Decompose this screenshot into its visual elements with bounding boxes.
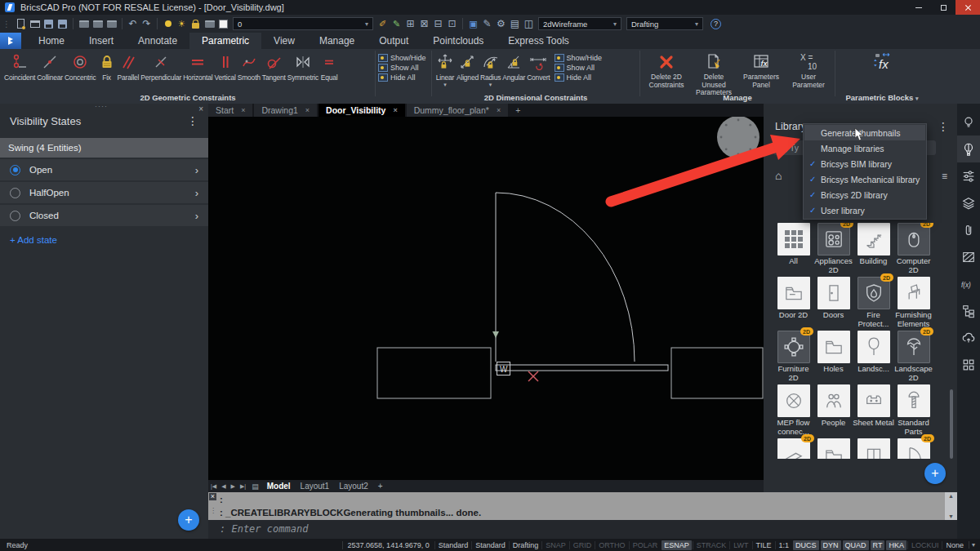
- parameters-panel-button[interactable]: fxParameters Panel: [737, 51, 785, 89]
- command-input[interactable]: : Enter command: [208, 520, 957, 539]
- radio-icon[interactable]: [10, 188, 20, 198]
- layer-on-icon[interactable]: [161, 17, 175, 30]
- minimize-button[interactable]: [906, 0, 931, 15]
- concentric-button[interactable]: Concentric: [64, 51, 97, 82]
- hide-all-button[interactable]: Hide All: [378, 73, 429, 82]
- command-grip[interactable]: ⋮: [210, 507, 216, 514]
- parallel-button[interactable]: Parallel: [117, 51, 140, 82]
- show-all-button[interactable]: Show All: [378, 64, 429, 72]
- layout2-tab[interactable]: Layout2: [334, 482, 373, 491]
- dtab-start[interactable]: Start×: [208, 104, 252, 117]
- hatch-sheet-icon[interactable]: [957, 243, 980, 270]
- tab-pointclouds[interactable]: Pointclouds: [421, 33, 496, 49]
- next-tab-button[interactable]: ▶: [229, 483, 238, 490]
- close-button[interactable]: [956, 0, 980, 15]
- close-icon[interactable]: ×: [497, 106, 501, 114]
- library-item-partial[interactable]: 2D: [894, 438, 933, 459]
- last-tab-button[interactable]: ▶|: [238, 483, 248, 490]
- toggle-hka[interactable]: HKA: [886, 540, 906, 550]
- status-none[interactable]: None: [942, 541, 967, 549]
- library-item-people[interactable]: People: [814, 384, 853, 438]
- status-menu-caret[interactable]: ▾: [969, 541, 980, 549]
- menu-user-library[interactable]: ✓User library: [804, 202, 925, 218]
- status-dim-style[interactable]: Standard: [471, 541, 509, 549]
- first-tab-button[interactable]: |◀: [208, 483, 219, 490]
- model-tab[interactable]: Model: [262, 482, 296, 491]
- edit-icon[interactable]: ✎: [480, 17, 494, 30]
- dtab-door-visibility[interactable]: Door_Visibility×: [318, 104, 405, 117]
- menu-bricsys-bim-library[interactable]: ✓Bricsys BIM library: [804, 156, 925, 171]
- radio-selected-icon[interactable]: [10, 165, 20, 176]
- unisolate-icon[interactable]: ⊡: [445, 17, 459, 30]
- preview-icon[interactable]: [91, 17, 105, 30]
- tab-manage[interactable]: Manage: [307, 33, 367, 49]
- layer-dropdown[interactable]: 0 ▾: [233, 17, 373, 30]
- toggle-lwt[interactable]: LWT: [729, 541, 751, 549]
- library-item-landscape[interactable]: Landsc...: [854, 331, 893, 384]
- maximize-button[interactable]: [931, 0, 956, 15]
- dim-hide-all-button[interactable]: Hide All: [555, 73, 603, 82]
- list-view-icon[interactable]: ≡: [942, 171, 947, 182]
- select-similar-icon[interactable]: ⊞: [403, 17, 417, 30]
- parametric-blocks-button[interactable]: fx: [870, 51, 894, 73]
- state-row-closed[interactable]: Closed ›: [0, 205, 208, 226]
- command-scrollbar[interactable]: ▲▼: [945, 492, 957, 520]
- plot-icon[interactable]: [77, 17, 91, 30]
- library-item-building[interactable]: Building: [854, 223, 893, 277]
- status-text-style[interactable]: Standard: [434, 541, 472, 549]
- close-icon[interactable]: ×: [305, 106, 310, 114]
- eyedropper-icon[interactable]: ✎: [390, 17, 403, 30]
- chevron-right-icon[interactable]: ›: [195, 187, 198, 199]
- library-balloon-icon[interactable]: [957, 136, 980, 162]
- library-item-partial[interactable]: 2D: [774, 438, 813, 459]
- menu-generate-thumbnails[interactable]: Generate thumbnails: [804, 125, 925, 140]
- library-item-furniture-2d[interactable]: 2DFurniture 2D: [774, 331, 813, 384]
- dtab-dummy-floor-plan[interactable]: Dummy_floor_plan*×: [407, 104, 508, 117]
- show-hide-button[interactable]: Show/Hide: [378, 54, 429, 62]
- vertical-button[interactable]: Vertical: [213, 51, 236, 82]
- undo-icon[interactable]: ↶: [126, 17, 140, 30]
- toggle-grid[interactable]: GRID: [569, 541, 595, 549]
- layer-freeze-icon[interactable]: ☀: [175, 17, 189, 30]
- hide-entities-icon[interactable]: ⊟: [431, 17, 445, 30]
- tab-home[interactable]: Home: [26, 33, 77, 49]
- kebab-menu-icon[interactable]: ⋮: [187, 114, 198, 127]
- parameter-group-row[interactable]: Swing (4 Entities): [0, 138, 208, 158]
- symmetric-button[interactable]: Symmetric: [287, 51, 319, 82]
- tab-view[interactable]: View: [261, 33, 307, 49]
- close-icon[interactable]: ×: [241, 106, 245, 114]
- status-workspace[interactable]: Drafting: [509, 541, 542, 549]
- add-state-link[interactable]: + Add state: [10, 235, 208, 245]
- menu-bricsys-2d-library[interactable]: ✓Bricsys 2D library: [804, 187, 925, 202]
- tab-output[interactable]: Output: [367, 33, 421, 49]
- layout1-tab[interactable]: Layout1: [296, 482, 335, 491]
- dim-show-all-button[interactable]: Show All: [555, 64, 603, 72]
- fix-button[interactable]: Fix: [97, 51, 117, 82]
- toggle-lockui[interactable]: LOCKUI: [907, 541, 942, 549]
- library-item-appliances-2d[interactable]: 2DAppliances 2D: [814, 223, 853, 277]
- drawing-canvas[interactable]: W: [208, 117, 764, 480]
- open-file-icon[interactable]: [28, 17, 42, 30]
- save-as-icon[interactable]: [56, 17, 69, 30]
- library-item-computer-2d[interactable]: 2DComputer 2D: [894, 223, 933, 277]
- chevron-right-icon[interactable]: ›: [195, 164, 198, 176]
- prev-tab-button[interactable]: ◀: [219, 483, 228, 490]
- coincident-button[interactable]: Coincident: [3, 51, 36, 82]
- library-item-all[interactable]: All: [774, 223, 813, 277]
- command-history[interactable]: : : _CREATELIBRARYBLOCKGenerating thumbn…: [208, 492, 945, 520]
- linear-button[interactable]: Linear▾: [434, 51, 456, 88]
- radio-icon[interactable]: [10, 211, 20, 221]
- state-row-halfopen[interactable]: HalfOpen ›: [0, 182, 208, 203]
- collinear-button[interactable]: Collinear: [36, 51, 64, 82]
- settings-gear-icon[interactable]: ⚙: [494, 17, 508, 30]
- library-item-sheet-metal[interactable]: Sheet Metal: [854, 384, 893, 438]
- library-item-holes[interactable]: Holes: [814, 331, 853, 384]
- publish-icon[interactable]: [105, 17, 118, 30]
- angular-button[interactable]: Angular: [501, 51, 526, 82]
- perpendicular-button[interactable]: Perpendicular: [140, 51, 182, 82]
- paintbrush-icon[interactable]: ✐: [376, 17, 390, 30]
- properties-sliders-icon[interactable]: [957, 162, 980, 189]
- help-icon[interactable]: ?: [710, 19, 721, 29]
- library-item-partial[interactable]: [854, 438, 893, 459]
- dim-show-hide-button[interactable]: Show/Hide: [555, 54, 603, 62]
